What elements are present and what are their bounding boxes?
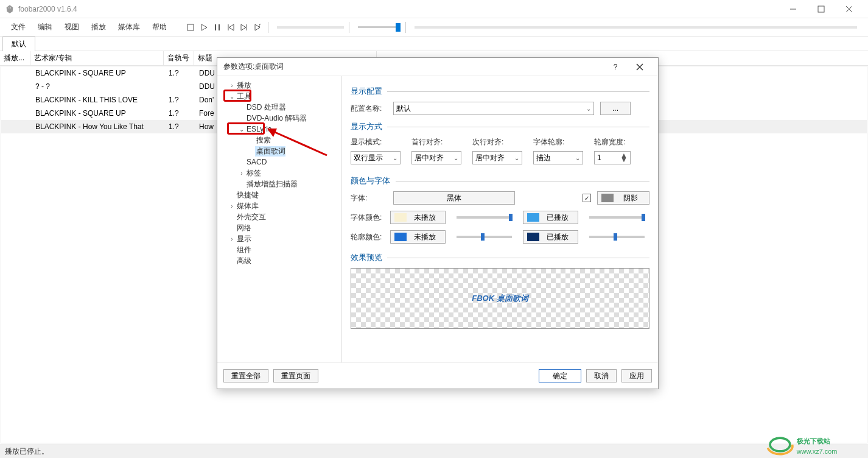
outlinecolor-notplayed-slider[interactable] bbox=[457, 236, 512, 238]
svg-marker-5 bbox=[201, 24, 207, 30]
menu-library[interactable]: 媒体库 bbox=[112, 19, 146, 35]
dialog-footer: 重置全部 重置页面 确定 取消 应用 bbox=[217, 362, 658, 389]
tree-tags[interactable]: ›标签 bbox=[217, 167, 341, 178]
config-more-button[interactable]: ... bbox=[600, 102, 631, 115]
random-icon[interactable]: ? bbox=[252, 22, 263, 33]
label-font: 字体: bbox=[351, 193, 387, 203]
fontcolor-played-slider[interactable] bbox=[589, 216, 645, 219]
dialog-close-button[interactable] bbox=[628, 58, 652, 76]
col-play[interactable]: 播放... bbox=[0, 51, 30, 65]
reset-page-button[interactable]: 重置页面 bbox=[273, 369, 318, 382]
playback-toolbar: ? bbox=[185, 22, 408, 33]
statusbar: 播放已停止。 bbox=[0, 445, 868, 458]
outlinecolor-notplayed-button[interactable]: 未播放 bbox=[390, 230, 446, 244]
stop-icon[interactable] bbox=[185, 22, 196, 33]
help-button[interactable]: ? bbox=[603, 58, 628, 76]
select-outline[interactable]: 描边⌄ bbox=[533, 151, 583, 164]
svg-marker-10 bbox=[241, 24, 246, 30]
menubar: 文件 编辑 视图 播放 媒体库 帮助 ? bbox=[0, 18, 868, 37]
apply-button[interactable]: 应用 bbox=[621, 369, 652, 382]
progress-bar[interactable] bbox=[415, 26, 857, 29]
select-second-align[interactable]: 居中对齐⌄ bbox=[472, 151, 522, 164]
menu-file[interactable]: 文件 bbox=[5, 19, 32, 35]
select-mode[interactable]: 双行显示⌄ bbox=[351, 151, 401, 164]
label-font-color: 字体颜色: bbox=[351, 213, 384, 223]
svg-text:极光下载站: 极光下载站 bbox=[796, 437, 830, 445]
svg-text:www.xz7.com: www.xz7.com bbox=[796, 448, 838, 455]
svg-text:?: ? bbox=[257, 24, 261, 29]
fontcolor-notplayed-slider[interactable] bbox=[457, 216, 512, 219]
fontcolor-played-button[interactable]: 已播放 bbox=[523, 211, 578, 224]
ok-button[interactable]: 确定 bbox=[539, 369, 581, 382]
section-display-mode: 显示方式 bbox=[351, 121, 649, 132]
preferences-dialog: 参数选项:桌面歌词 ? ›播放 ⌄工具 DSD 处理器 DVD-Audio 解码… bbox=[217, 57, 659, 389]
menu-edit[interactable]: 编辑 bbox=[32, 19, 58, 35]
tree-advanced[interactable]: 高级 bbox=[217, 255, 341, 266]
status-text: 播放已停止。 bbox=[5, 446, 49, 457]
tree-library[interactable]: ›媒体库 bbox=[217, 200, 341, 211]
select-config-name[interactable]: 默认⌄ bbox=[393, 102, 594, 115]
label-outline-color: 轮廓颜色: bbox=[351, 232, 384, 242]
col-artist[interactable]: 艺术家/专辑 bbox=[30, 51, 164, 65]
cancel-button[interactable]: 取消 bbox=[586, 369, 617, 382]
app-logo-icon bbox=[5, 4, 15, 14]
tree-sacd[interactable]: SACD bbox=[217, 157, 341, 167]
preferences-tree: ›播放 ⌄工具 DSD 处理器 DVD-Audio 解码器 ⌄ESLyric 搜… bbox=[217, 76, 342, 362]
tree-eslyric[interactable]: ⌄ESLyric bbox=[217, 124, 341, 135]
col-track[interactable]: 音轨号 bbox=[164, 51, 194, 65]
close-button[interactable] bbox=[835, 0, 863, 18]
tree-shell[interactable]: 外壳交互 bbox=[217, 211, 341, 222]
titlebar: foobar2000 v1.6.4 bbox=[0, 0, 868, 18]
pause-icon[interactable] bbox=[212, 22, 223, 33]
window-title: foobar2000 v1.6.4 bbox=[18, 5, 779, 13]
shadow-checkbox[interactable]: ✓ bbox=[583, 194, 591, 202]
seekbar[interactable] bbox=[277, 26, 344, 29]
volume-slider[interactable] bbox=[358, 26, 401, 28]
tree-display[interactable]: ›显示 bbox=[217, 233, 341, 244]
tree-playback[interactable]: ›播放 bbox=[217, 80, 341, 91]
section-display-config: 显示配置 bbox=[351, 86, 649, 97]
spinner-outline-width[interactable]: 1▲▼ bbox=[594, 151, 631, 164]
prev-icon[interactable] bbox=[225, 22, 236, 33]
svg-rect-4 bbox=[187, 24, 194, 30]
maximize-button[interactable] bbox=[807, 0, 835, 18]
tree-shortcut[interactable]: 快捷键 bbox=[217, 189, 341, 200]
tree-search[interactable]: 搜索 bbox=[217, 135, 341, 146]
preferences-panel: 显示配置 配置名称: 默认⌄ ... 显示方式 显示模式:双行显示⌄ 首行对齐:… bbox=[342, 76, 658, 362]
svg-rect-1 bbox=[818, 6, 824, 12]
tab-default[interactable]: 默认 bbox=[2, 37, 35, 51]
outlinecolor-played-slider[interactable] bbox=[589, 236, 645, 238]
preview-text: FBOK 桌面歌词 bbox=[472, 293, 528, 304]
playlist-tabs: 默认 bbox=[0, 37, 868, 51]
fontcolor-notplayed-button[interactable]: 未播放 bbox=[390, 211, 446, 224]
dialog-title: 参数选项:桌面歌词 bbox=[223, 62, 603, 72]
section-preview: 效果预览 bbox=[351, 252, 649, 263]
section-color-font: 颜色与字体 bbox=[351, 175, 649, 186]
menu-play[interactable]: 播放 bbox=[85, 19, 112, 35]
tree-tools[interactable]: ⌄工具 bbox=[217, 91, 341, 102]
watermark: 极光下载站 www.xz7.com bbox=[758, 431, 868, 458]
font-button[interactable]: 黑体 bbox=[393, 191, 515, 205]
tree-desktop-lyric[interactable]: 桌面歌词 bbox=[217, 146, 341, 157]
tree-component[interactable]: 组件 bbox=[217, 244, 341, 255]
label-config-name: 配置名称: bbox=[351, 104, 387, 114]
tree-dsd[interactable]: DSD 处理器 bbox=[217, 102, 341, 113]
play-icon[interactable] bbox=[198, 22, 209, 33]
menu-help[interactable]: 帮助 bbox=[146, 19, 173, 35]
menu-view[interactable]: 视图 bbox=[58, 19, 85, 35]
preview-area: FBOK 桌面歌词 bbox=[351, 268, 649, 329]
reset-all-button[interactable]: 重置全部 bbox=[223, 369, 268, 382]
tree-network[interactable]: 网络 bbox=[217, 222, 341, 233]
select-first-align[interactable]: 居中对齐⌄ bbox=[411, 151, 461, 164]
dialog-titlebar: 参数选项:桌面歌词 ? bbox=[217, 58, 658, 76]
svg-marker-9 bbox=[229, 24, 234, 30]
tree-gain[interactable]: 播放增益扫描器 bbox=[217, 178, 341, 189]
minimize-button[interactable] bbox=[779, 0, 807, 18]
next-icon[interactable] bbox=[239, 22, 250, 33]
outlinecolor-played-button[interactable]: 已播放 bbox=[523, 230, 578, 244]
tree-dvd[interactable]: DVD-Audio 解码器 bbox=[217, 113, 341, 124]
shadow-color-button[interactable]: 阴影 bbox=[597, 191, 649, 205]
